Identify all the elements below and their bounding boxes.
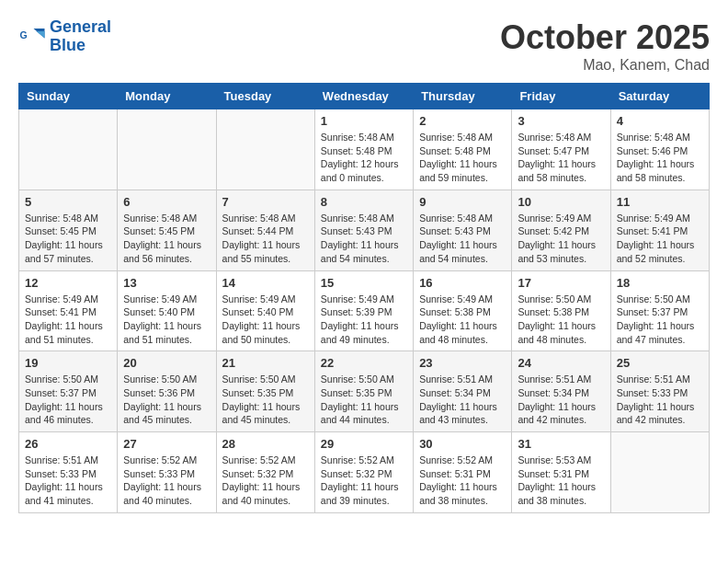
logo-icon: G bbox=[18, 23, 46, 51]
calendar-cell: 11Sunrise: 5:49 AM Sunset: 5:41 PM Dayli… bbox=[610, 190, 709, 270]
day-info: Sunrise: 5:50 AM Sunset: 5:36 PM Dayligh… bbox=[123, 373, 210, 427]
weekday-header: Sunday bbox=[19, 84, 118, 109]
calendar-cell: 29Sunrise: 5:52 AM Sunset: 5:32 PM Dayli… bbox=[314, 432, 413, 513]
calendar-cell: 8Sunrise: 5:48 AM Sunset: 5:43 PM Daylig… bbox=[314, 190, 413, 270]
svg-marker-2 bbox=[37, 31, 45, 39]
day-info: Sunrise: 5:49 AM Sunset: 5:41 PM Dayligh… bbox=[25, 293, 111, 347]
day-number: 28 bbox=[222, 437, 309, 451]
weekday-header: Saturday bbox=[610, 84, 709, 109]
day-number: 15 bbox=[321, 276, 407, 290]
calendar-week-row: 5Sunrise: 5:48 AM Sunset: 5:45 PM Daylig… bbox=[19, 190, 710, 270]
day-number: 31 bbox=[518, 437, 604, 451]
day-number: 6 bbox=[123, 195, 210, 209]
day-info: Sunrise: 5:48 AM Sunset: 5:43 PM Dayligh… bbox=[419, 212, 506, 266]
day-info: Sunrise: 5:50 AM Sunset: 5:37 PM Dayligh… bbox=[25, 373, 111, 427]
day-info: Sunrise: 5:52 AM Sunset: 5:31 PM Dayligh… bbox=[419, 454, 506, 508]
calendar-cell: 18Sunrise: 5:50 AM Sunset: 5:37 PM Dayli… bbox=[610, 270, 709, 351]
calendar-cell: 3Sunrise: 5:48 AM Sunset: 5:47 PM Daylig… bbox=[512, 109, 610, 190]
day-number: 13 bbox=[123, 276, 210, 290]
day-info: Sunrise: 5:48 AM Sunset: 5:47 PM Dayligh… bbox=[518, 131, 604, 185]
calendar-week-row: 1Sunrise: 5:48 AM Sunset: 5:48 PM Daylig… bbox=[19, 109, 710, 190]
day-info: Sunrise: 5:50 AM Sunset: 5:35 PM Dayligh… bbox=[321, 373, 407, 427]
day-info: Sunrise: 5:52 AM Sunset: 5:32 PM Dayligh… bbox=[222, 454, 309, 508]
day-info: Sunrise: 5:48 AM Sunset: 5:44 PM Dayligh… bbox=[222, 212, 309, 266]
day-number: 21 bbox=[222, 356, 309, 370]
day-info: Sunrise: 5:50 AM Sunset: 5:35 PM Dayligh… bbox=[222, 373, 309, 427]
day-info: Sunrise: 5:51 AM Sunset: 5:33 PM Dayligh… bbox=[617, 373, 703, 427]
calendar-week-row: 12Sunrise: 5:49 AM Sunset: 5:41 PM Dayli… bbox=[19, 270, 710, 351]
day-number: 24 bbox=[518, 356, 604, 370]
calendar-cell: 10Sunrise: 5:49 AM Sunset: 5:42 PM Dayli… bbox=[512, 190, 610, 270]
weekday-header: Tuesday bbox=[216, 84, 314, 109]
day-number: 14 bbox=[222, 276, 309, 290]
calendar-cell: 22Sunrise: 5:50 AM Sunset: 5:35 PM Dayli… bbox=[314, 351, 413, 432]
weekday-header: Wednesday bbox=[314, 84, 413, 109]
day-info: Sunrise: 5:48 AM Sunset: 5:45 PM Dayligh… bbox=[25, 212, 111, 266]
month-title: October 2025 bbox=[500, 18, 710, 57]
svg-text:G: G bbox=[20, 29, 28, 40]
calendar-cell: 23Sunrise: 5:51 AM Sunset: 5:34 PM Dayli… bbox=[414, 351, 512, 432]
calendar-cell: 9Sunrise: 5:48 AM Sunset: 5:43 PM Daylig… bbox=[414, 190, 512, 270]
calendar-cell: 28Sunrise: 5:52 AM Sunset: 5:32 PM Dayli… bbox=[216, 432, 314, 513]
day-number: 16 bbox=[419, 276, 506, 290]
calendar-cell: 4Sunrise: 5:48 AM Sunset: 5:46 PM Daylig… bbox=[610, 109, 709, 190]
day-info: Sunrise: 5:48 AM Sunset: 5:45 PM Dayligh… bbox=[123, 212, 210, 266]
day-info: Sunrise: 5:50 AM Sunset: 5:37 PM Dayligh… bbox=[617, 293, 703, 347]
location: Mao, Kanem, Chad bbox=[500, 57, 710, 74]
day-number: 3 bbox=[518, 114, 604, 128]
day-number: 25 bbox=[617, 356, 703, 370]
calendar-cell: 5Sunrise: 5:48 AM Sunset: 5:45 PM Daylig… bbox=[19, 190, 118, 270]
day-info: Sunrise: 5:49 AM Sunset: 5:38 PM Dayligh… bbox=[419, 293, 506, 347]
day-number: 9 bbox=[419, 195, 506, 209]
calendar-cell: 27Sunrise: 5:52 AM Sunset: 5:33 PM Dayli… bbox=[118, 432, 216, 513]
weekday-header: Thursday bbox=[414, 84, 512, 109]
day-number: 5 bbox=[25, 195, 111, 209]
day-info: Sunrise: 5:51 AM Sunset: 5:34 PM Dayligh… bbox=[419, 373, 506, 427]
day-info: Sunrise: 5:51 AM Sunset: 5:34 PM Dayligh… bbox=[518, 373, 604, 427]
calendar-cell: 17Sunrise: 5:50 AM Sunset: 5:38 PM Dayli… bbox=[512, 270, 610, 351]
day-number: 1 bbox=[321, 114, 407, 128]
logo-general: General bbox=[50, 17, 111, 36]
calendar-cell: 24Sunrise: 5:51 AM Sunset: 5:34 PM Dayli… bbox=[512, 351, 610, 432]
calendar-cell bbox=[118, 109, 216, 190]
calendar-cell: 31Sunrise: 5:53 AM Sunset: 5:31 PM Dayli… bbox=[512, 432, 610, 513]
calendar-cell: 6Sunrise: 5:48 AM Sunset: 5:45 PM Daylig… bbox=[118, 190, 216, 270]
calendar-cell: 30Sunrise: 5:52 AM Sunset: 5:31 PM Dayli… bbox=[414, 432, 512, 513]
day-info: Sunrise: 5:50 AM Sunset: 5:38 PM Dayligh… bbox=[518, 293, 604, 347]
page-header: G General Blue October 2025 Mao, Kanem, … bbox=[18, 18, 710, 74]
day-number: 7 bbox=[222, 195, 309, 209]
weekday-header-row: SundayMondayTuesdayWednesdayThursdayFrid… bbox=[19, 84, 710, 109]
calendar-cell: 26Sunrise: 5:51 AM Sunset: 5:33 PM Dayli… bbox=[19, 432, 118, 513]
calendar-cell: 13Sunrise: 5:49 AM Sunset: 5:40 PM Dayli… bbox=[118, 270, 216, 351]
day-number: 10 bbox=[518, 195, 604, 209]
calendar-cell: 25Sunrise: 5:51 AM Sunset: 5:33 PM Dayli… bbox=[610, 351, 709, 432]
calendar-cell bbox=[610, 432, 709, 513]
calendar-cell: 16Sunrise: 5:49 AM Sunset: 5:38 PM Dayli… bbox=[414, 270, 512, 351]
logo-blue: Blue bbox=[50, 36, 85, 54]
calendar-week-row: 19Sunrise: 5:50 AM Sunset: 5:37 PM Dayli… bbox=[19, 351, 710, 432]
calendar-cell: 19Sunrise: 5:50 AM Sunset: 5:37 PM Dayli… bbox=[19, 351, 118, 432]
day-number: 30 bbox=[419, 437, 506, 451]
day-number: 4 bbox=[617, 114, 703, 128]
day-info: Sunrise: 5:49 AM Sunset: 5:40 PM Dayligh… bbox=[222, 293, 309, 347]
day-info: Sunrise: 5:48 AM Sunset: 5:46 PM Dayligh… bbox=[617, 131, 703, 185]
day-info: Sunrise: 5:48 AM Sunset: 5:48 PM Dayligh… bbox=[321, 131, 407, 185]
day-number: 19 bbox=[25, 356, 111, 370]
calendar-cell: 12Sunrise: 5:49 AM Sunset: 5:41 PM Dayli… bbox=[19, 270, 118, 351]
calendar-table: SundayMondayTuesdayWednesdayThursdayFrid… bbox=[18, 83, 710, 513]
day-info: Sunrise: 5:49 AM Sunset: 5:39 PM Dayligh… bbox=[321, 293, 407, 347]
calendar-cell: 7Sunrise: 5:48 AM Sunset: 5:44 PM Daylig… bbox=[216, 190, 314, 270]
calendar-cell: 15Sunrise: 5:49 AM Sunset: 5:39 PM Dayli… bbox=[314, 270, 413, 351]
day-info: Sunrise: 5:48 AM Sunset: 5:48 PM Dayligh… bbox=[419, 131, 506, 185]
weekday-header: Monday bbox=[118, 84, 216, 109]
day-number: 8 bbox=[321, 195, 407, 209]
day-number: 23 bbox=[419, 356, 506, 370]
day-info: Sunrise: 5:52 AM Sunset: 5:32 PM Dayligh… bbox=[321, 454, 407, 508]
day-info: Sunrise: 5:48 AM Sunset: 5:43 PM Dayligh… bbox=[321, 212, 407, 266]
day-info: Sunrise: 5:49 AM Sunset: 5:40 PM Dayligh… bbox=[123, 293, 210, 347]
day-number: 29 bbox=[321, 437, 407, 451]
day-info: Sunrise: 5:53 AM Sunset: 5:31 PM Dayligh… bbox=[518, 454, 604, 508]
day-number: 2 bbox=[419, 114, 506, 128]
weekday-header: Friday bbox=[512, 84, 610, 109]
calendar-cell: 21Sunrise: 5:50 AM Sunset: 5:35 PM Dayli… bbox=[216, 351, 314, 432]
